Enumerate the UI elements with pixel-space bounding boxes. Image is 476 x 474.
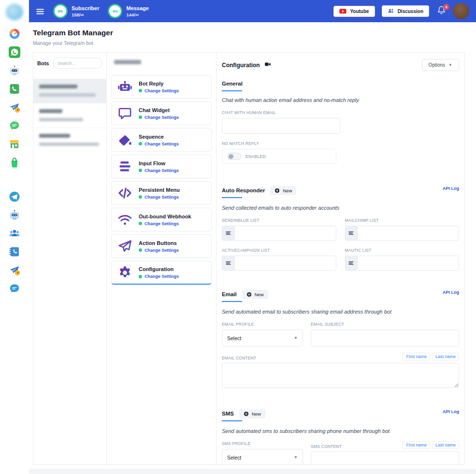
bots-panel: Bots <box>33 53 107 464</box>
status-dot <box>139 222 142 225</box>
app-logo[interactable] <box>6 4 23 20</box>
sms-content-textarea[interactable] <box>311 451 459 464</box>
menu-item-input-flow[interactable]: Input FlowChange Settings <box>111 155 212 178</box>
sms-content-label: SMS CONTENT <box>311 444 342 449</box>
subscriber-label: Subscriber <box>72 5 99 11</box>
change-settings-link[interactable]: Change Settings <box>144 195 179 200</box>
bot-list-item-selected[interactable] <box>33 79 106 103</box>
dashboard-gauge-icon[interactable] <box>9 28 20 40</box>
change-settings-link[interactable]: Change Settings <box>144 115 179 120</box>
chevron-down-icon: ▼ <box>294 336 298 340</box>
mailchimp-list-input[interactable] <box>357 226 459 241</box>
chat-blue-icon[interactable] <box>9 283 20 294</box>
sms-new-button[interactable]: New <box>239 409 265 418</box>
telegram-coin-green-icon[interactable] <box>9 101 20 113</box>
users-group-icon <box>388 8 394 14</box>
plus-circle-icon <box>274 188 280 193</box>
robot-icon <box>117 79 132 94</box>
list-lines-icon <box>345 226 358 241</box>
enabled-toggle[interactable] <box>227 153 241 160</box>
change-settings-link[interactable]: Change Settings <box>144 221 179 226</box>
tab-sms[interactable]: SMS <box>222 411 234 421</box>
settings-menu: Bot ReplyChange Settings Chat WidgetChan… <box>107 53 216 464</box>
last-name-tag[interactable]: Last name <box>432 353 459 360</box>
menu-item-sequence[interactable]: SequenceChange Settings <box>111 128 212 152</box>
chat-with-human-email-input[interactable] <box>222 118 340 134</box>
options-dropdown-button[interactable]: Options▼ <box>422 59 459 71</box>
change-settings-link[interactable]: Change Settings <box>144 168 179 173</box>
redacted-bot-title <box>114 60 141 64</box>
video-camera-icon[interactable] <box>264 61 271 69</box>
shopping-bag-icon[interactable] <box>9 157 20 168</box>
email-subject-input[interactable] <box>311 330 459 346</box>
email-content-textarea[interactable] <box>222 363 459 388</box>
robot-light-icon[interactable] <box>9 65 20 76</box>
user-avatar[interactable] <box>453 3 469 19</box>
first-name-tag[interactable]: First name <box>403 353 430 360</box>
status-dot <box>139 275 142 278</box>
wifi-icon <box>117 212 132 227</box>
main-content: Telegram Bot Manager Manage your Telegra… <box>29 22 476 469</box>
email-profile-select[interactable]: Select▼ <box>222 330 303 346</box>
email-description: Send automated email to subscribers shar… <box>222 309 459 315</box>
discussion-button[interactable]: Discussion <box>382 5 429 17</box>
whatsapp-icon[interactable] <box>9 46 20 58</box>
notification-badge: 3 <box>443 4 449 10</box>
bot-list-item[interactable] <box>33 103 106 128</box>
sms-description: Send automated sms to subscribers sharin… <box>222 428 459 434</box>
robot-blue-icon[interactable] <box>9 209 20 221</box>
last-name-tag[interactable]: Last name <box>432 441 459 449</box>
email-api-log-link[interactable]: API Log <box>443 290 459 295</box>
change-settings-link[interactable]: Change Settings <box>144 88 179 93</box>
subscriber-count: 158/∞ <box>72 12 99 17</box>
tab-email[interactable]: Email <box>222 291 237 302</box>
email-new-button[interactable]: New <box>242 290 268 299</box>
hamburger-menu-icon[interactable] <box>36 7 44 15</box>
store-icon[interactable] <box>9 138 20 150</box>
code-icon <box>117 186 132 201</box>
top-navbar: 0% Subscriber 158/∞ 0% Message 144/∞ You… <box>29 0 476 22</box>
first-name-tag[interactable]: First name <box>403 441 430 449</box>
sms-profile-select[interactable]: Select▼ <box>222 449 303 464</box>
status-dot <box>139 142 142 145</box>
menu-item-persistent-menu[interactable]: Persistent MenuChange Settings <box>111 181 212 205</box>
mautic-list-input[interactable] <box>357 256 459 271</box>
sms-profile-label: SMS PROFILE <box>222 441 303 446</box>
sendinblue-list-label: SENDINBLUE LIST <box>222 218 336 223</box>
auto-responder-new-button[interactable]: New <box>270 186 296 195</box>
telegram-coin-blue-icon[interactable] <box>9 264 20 276</box>
menu-item-outbound-webhook[interactable]: Out-bound WebhookChange Settings <box>111 208 212 231</box>
users-icon[interactable] <box>9 228 20 239</box>
tab-auto-responder[interactable]: Auto Responder <box>222 187 265 198</box>
gear-icon <box>117 265 132 280</box>
message-stat: 0% Message 144/∞ <box>108 4 148 18</box>
activecampaign-list-input[interactable] <box>234 256 336 271</box>
bots-search-input[interactable] <box>53 57 102 69</box>
phone-contact-green-icon[interactable] <box>9 83 20 95</box>
change-settings-link[interactable]: Change Settings <box>144 248 179 253</box>
bots-header: Bots <box>37 60 49 66</box>
menu-item-bot-reply[interactable]: Bot ReplyChange Settings <box>111 75 212 99</box>
youtube-button[interactable]: Youtube <box>333 6 375 17</box>
email-profile-label: EMAIL PROFILE <box>222 322 303 327</box>
menu-item-chat-widget[interactable]: Chat WidgetChange Settings <box>111 101 212 125</box>
menu-item-configuration[interactable]: ConfigurationChange Settings <box>111 261 212 285</box>
redacted-bot-subtitle <box>39 118 83 121</box>
subscriber-progress-ring: 0% <box>53 4 68 18</box>
status-dot <box>139 195 142 199</box>
email-content-label: EMAIL CONTENT <box>222 356 256 360</box>
tab-general[interactable]: General <box>222 81 243 91</box>
auto-responder-api-log-link[interactable]: API Log <box>443 186 459 191</box>
app-rail <box>0 0 29 474</box>
telegram-icon[interactable] <box>9 191 20 202</box>
phone-book-icon[interactable] <box>9 246 20 258</box>
change-settings-link[interactable]: Change Settings <box>144 142 179 146</box>
notification-bell-icon[interactable]: 3 <box>437 6 446 17</box>
menu-item-action-buttons[interactable]: Action ButtonsChange Settings <box>111 234 212 258</box>
chat-green-icon[interactable] <box>9 120 20 131</box>
change-settings-link[interactable]: Change Settings <box>144 274 179 279</box>
sendinblue-list-input[interactable] <box>234 226 336 241</box>
redacted-bot-subtitle <box>39 93 96 97</box>
bot-list-item[interactable] <box>33 128 106 152</box>
sms-api-log-link[interactable]: API Log <box>443 409 459 414</box>
